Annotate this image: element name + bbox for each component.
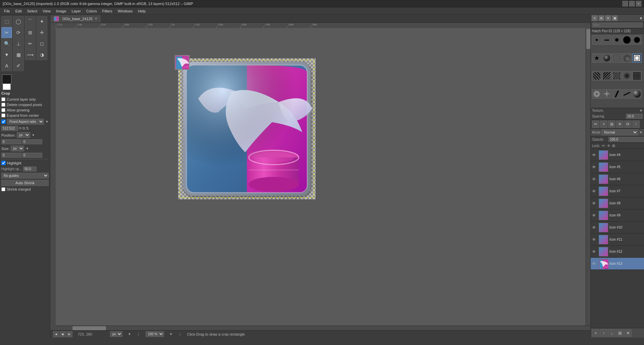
- brush-item[interactable]: [632, 71, 642, 81]
- lock-all-icon[interactable]: ⊞: [612, 144, 615, 148]
- brush-item[interactable]: [592, 35, 601, 45]
- unit-select[interactable]: px: [110, 331, 122, 337]
- canvas-content[interactable]: [56, 28, 590, 330]
- paintbrush-tool[interactable]: ✏: [25, 38, 36, 49]
- menu-windows[interactable]: Windows: [115, 8, 136, 14]
- ratio-icon[interactable]: ⟳: [19, 126, 22, 131]
- menu-image[interactable]: Image: [53, 8, 69, 14]
- layer-delete-button[interactable]: ✕: [624, 329, 632, 337]
- expand-from-center-checkbox[interactable]: [1, 113, 5, 117]
- brush-item[interactable]: [592, 89, 601, 99]
- brush-edit-button[interactable]: ✏: [592, 120, 599, 128]
- spacing-input[interactable]: [626, 114, 643, 119]
- brush-panel-icon4[interactable]: ▣: [612, 15, 618, 21]
- guides-select[interactable]: No guides: [1, 173, 49, 179]
- brush-item[interactable]: [622, 89, 632, 99]
- brush-item[interactable]: [612, 71, 622, 81]
- brush-item[interactable]: [622, 35, 632, 45]
- layer-row-icon12[interactable]: 👁 Icon #12: [591, 246, 644, 258]
- layer-row-icon5[interactable]: 👁 Icon #5: [591, 161, 644, 173]
- size-unit-select[interactable]: px: [11, 146, 24, 151]
- brush-item[interactable]: [632, 89, 642, 99]
- auto-shrink-button[interactable]: Auto Shrink: [1, 180, 49, 186]
- bucket-tool[interactable]: ▼: [1, 49, 12, 60]
- brush-panel-collapse[interactable]: ▼: [639, 16, 643, 20]
- position-x-input[interactable]: [1, 139, 21, 144]
- rotate-tool[interactable]: ⟳: [13, 27, 24, 38]
- layer-visibility-icon[interactable]: 👁: [592, 165, 597, 169]
- zoom-select[interactable]: 100 %: [146, 331, 164, 337]
- allow-growing-checkbox[interactable]: [1, 108, 5, 112]
- canvas-tab[interactable]: OOo_base_24125 ✕: [50, 15, 101, 22]
- texture-dropdown-icon[interactable]: ▼: [639, 109, 643, 112]
- layer-visibility-icon[interactable]: 👁: [592, 153, 597, 157]
- brush-item[interactable]: [612, 35, 622, 45]
- brush-item[interactable]: [622, 71, 632, 81]
- menu-colors[interactable]: Colors: [84, 8, 100, 14]
- brush-item[interactable]: [612, 89, 622, 99]
- delete-cropped-checkbox[interactable]: [1, 103, 5, 107]
- pencil-tool[interactable]: ✐: [13, 60, 24, 71]
- layer-row-icon11[interactable]: 👁 Icon #11: [591, 234, 644, 246]
- layer-visibility-icon[interactable]: 👁: [592, 249, 597, 254]
- opacity-input[interactable]: [608, 137, 644, 142]
- position-unit-chevron[interactable]: ▼: [32, 133, 35, 137]
- lasso-tool[interactable]: ⌒: [25, 16, 36, 27]
- menu-select[interactable]: Select: [24, 8, 40, 14]
- fuzzy-select-tool[interactable]: ✦: [37, 16, 47, 27]
- brush-add-button[interactable]: +: [600, 120, 607, 128]
- layer-visibility-icon[interactable]: 👁: [592, 177, 597, 182]
- ratio-input[interactable]: [1, 126, 18, 131]
- layer-lower-button[interactable]: ↓: [608, 329, 615, 337]
- foreground-color[interactable]: [2, 75, 11, 84]
- brush-item[interactable]: [602, 71, 611, 81]
- layer-row-icon10[interactable]: 👁 Icon #10: [591, 221, 644, 234]
- layer-visibility-icon[interactable]: 👁: [592, 237, 597, 242]
- brush-item[interactable]: ★: [592, 53, 601, 63]
- layer-visibility-icon[interactable]: 👁: [592, 213, 597, 218]
- brush-item[interactable]: [602, 53, 611, 63]
- brush-item[interactable]: [602, 89, 611, 99]
- measure-tool[interactable]: ⊥: [13, 38, 24, 49]
- layer-duplicate-button[interactable]: ⊞: [616, 329, 624, 337]
- brush-panel-icon2[interactable]: ⊞: [599, 15, 604, 21]
- eraser-tool[interactable]: ◻: [37, 38, 47, 49]
- highlight-checkbox[interactable]: [1, 161, 6, 165]
- lock-position-icon[interactable]: ✛: [607, 144, 610, 148]
- layer-visibility-icon[interactable]: 👁: [592, 261, 597, 266]
- brush-item[interactable]: [632, 35, 642, 45]
- nav-next-button[interactable]: ►: [66, 331, 72, 337]
- fixed-aspect-checkbox[interactable]: [1, 119, 6, 124]
- layer-new-button[interactable]: +: [592, 329, 599, 337]
- size-h-input[interactable]: [22, 153, 42, 158]
- brush-refresh-button[interactable]: ⟳: [624, 120, 632, 128]
- brush-delete-button[interactable]: ✕: [616, 120, 624, 128]
- fixed-aspect-select[interactable]: Fixed Aspect ratio: [7, 119, 44, 125]
- zoom-chevron[interactable]: ▼: [169, 332, 173, 336]
- tab-close-button[interactable]: ✕: [95, 17, 97, 20]
- layer-visibility-icon[interactable]: 👁: [592, 189, 597, 194]
- position-unit-select[interactable]: px: [17, 132, 30, 138]
- size-unit-chevron[interactable]: ▼: [25, 147, 29, 150]
- brush-duplicate-button[interactable]: ⊞: [608, 120, 615, 128]
- dodge-burn-tool[interactable]: ◑: [37, 49, 47, 60]
- unit-chevron[interactable]: ▼: [128, 332, 131, 336]
- move-tool[interactable]: ✛: [37, 27, 47, 38]
- brush-item[interactable]: [592, 71, 601, 81]
- menu-layer[interactable]: Layer: [69, 8, 84, 14]
- brush-item[interactable]: [622, 53, 632, 63]
- brush-filter-input[interactable]: [592, 22, 643, 28]
- layer-mode-select[interactable]: Normal: [602, 130, 638, 135]
- layer-row-icon6[interactable]: 👁 Icon #6: [591, 173, 644, 185]
- ratio-copy-icon[interactable]: ⧉: [22, 126, 25, 131]
- layer-raise-button[interactable]: ↑: [600, 329, 607, 337]
- nav-stop-button[interactable]: ■: [60, 331, 66, 337]
- maximize-button[interactable]: □: [629, 1, 635, 6]
- layer-row-icon7[interactable]: 👁 Icon #7: [591, 185, 644, 197]
- horizontal-scrollbar[interactable]: [56, 326, 590, 330]
- layer-row-icon9[interactable]: 👁 Icon #9: [591, 209, 644, 221]
- menu-help[interactable]: Help: [135, 8, 148, 14]
- layer-visibility-icon[interactable]: 👁: [592, 225, 597, 230]
- menu-filters[interactable]: Filters: [100, 8, 115, 14]
- brush-panel-icon1[interactable]: ≡: [592, 15, 597, 21]
